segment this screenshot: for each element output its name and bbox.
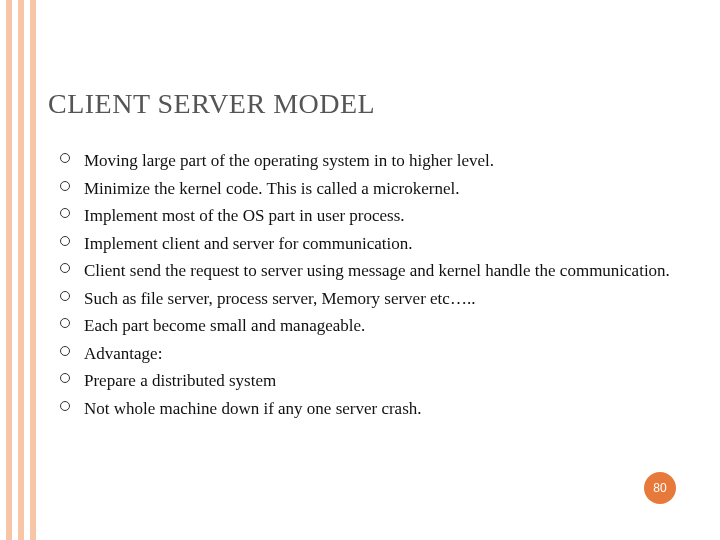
list-item: Advantage: xyxy=(60,341,680,367)
bullet-icon xyxy=(60,318,70,328)
bullet-icon xyxy=(60,373,70,383)
bullet-icon xyxy=(60,346,70,356)
page-number-badge: 80 xyxy=(644,472,676,504)
bullet-text: Moving large part of the operating syste… xyxy=(84,151,494,170)
list-item: Not whole machine down if any one server… xyxy=(60,396,680,422)
bullet-text: Implement client and server for communic… xyxy=(84,234,413,253)
bullet-icon xyxy=(60,263,70,273)
bullet-text: Each part become small and manageable. xyxy=(84,316,365,335)
stripe xyxy=(18,0,24,540)
slide: CLIENT SERVER MODEL Moving large part of… xyxy=(0,0,720,540)
list-item: Client send the request to server using … xyxy=(60,258,680,284)
slide-title: CLIENT SERVER MODEL xyxy=(48,88,680,120)
bullet-text: Prepare a distributed system xyxy=(84,371,276,390)
list-item: Such as file server, process server, Mem… xyxy=(60,286,680,312)
bullet-icon xyxy=(60,208,70,218)
list-item: Prepare a distributed system xyxy=(60,368,680,394)
bullet-text: Implement most of the OS part in user pr… xyxy=(84,206,405,225)
bullet-icon xyxy=(60,153,70,163)
bullet-icon xyxy=(60,181,70,191)
bullet-icon xyxy=(60,236,70,246)
bullet-list: Moving large part of the operating syste… xyxy=(48,148,680,421)
list-item: Implement most of the OS part in user pr… xyxy=(60,203,680,229)
page-number: 80 xyxy=(653,481,666,495)
bullet-icon xyxy=(60,291,70,301)
list-item: Implement client and server for communic… xyxy=(60,231,680,257)
bullet-text: Such as file server, process server, Mem… xyxy=(84,289,475,308)
bullet-text: Not whole machine down if any one server… xyxy=(84,399,422,418)
stripe xyxy=(6,0,12,540)
bullet-text: Minimize the kernel code. This is called… xyxy=(84,179,459,198)
bullet-text: Advantage: xyxy=(84,344,162,363)
list-item: Moving large part of the operating syste… xyxy=(60,148,680,174)
bullet-icon xyxy=(60,401,70,411)
list-item: Minimize the kernel code. This is called… xyxy=(60,176,680,202)
stripe xyxy=(30,0,36,540)
list-item: Each part become small and manageable. xyxy=(60,313,680,339)
content-area: CLIENT SERVER MODEL Moving large part of… xyxy=(48,88,680,423)
bullet-text: Client send the request to server using … xyxy=(84,261,670,280)
decorative-stripes xyxy=(0,0,36,540)
